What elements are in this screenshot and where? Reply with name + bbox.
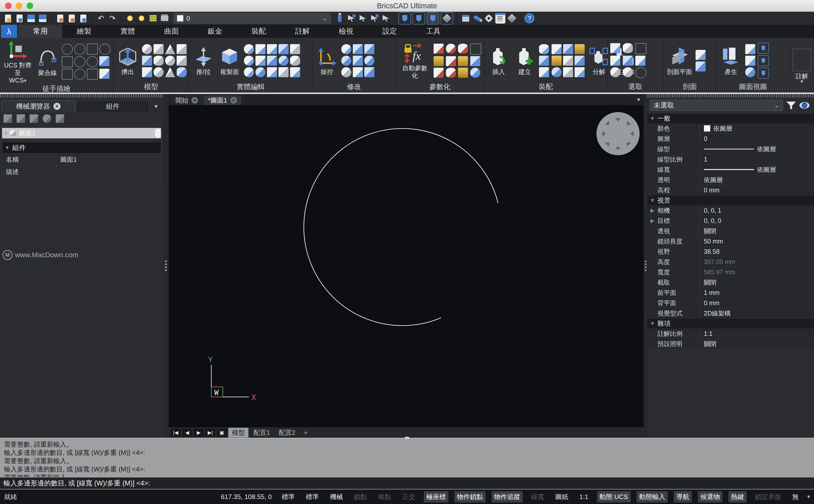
chevron-down-icon[interactable]: ⌄ xyxy=(322,15,327,22)
rigid-constraint-icon[interactable] xyxy=(446,68,456,78)
auto-parametrize-button[interactable]: fx 自動參數化 xyxy=(398,42,431,79)
next-layout-icon[interactable]: ▶ xyxy=(194,429,204,437)
model-viewport[interactable]: Y X W xyxy=(169,105,644,427)
box-icon[interactable] xyxy=(154,44,164,54)
doc-tab-list-icon[interactable]: ▾ xyxy=(637,96,640,103)
cylinder-icon[interactable] xyxy=(154,56,164,66)
expand-tree-icon[interactable] xyxy=(4,114,12,123)
visibility-eye-icon[interactable] xyxy=(799,102,809,109)
fillet-edge-icon[interactable] xyxy=(255,44,265,54)
union-icon[interactable] xyxy=(244,44,254,54)
doc-tab-start[interactable]: 開始 × xyxy=(171,95,202,105)
ribbon-tab-solid[interactable]: 實體 xyxy=(106,25,149,38)
create-component-button[interactable]: 建立 xyxy=(513,46,537,75)
spin-icon[interactable] xyxy=(255,67,265,77)
lock-all-icon[interactable] xyxy=(458,68,468,78)
rectangle-icon[interactable] xyxy=(99,56,109,66)
bricscad-logo-icon[interactable]: λ xyxy=(1,25,17,38)
loft-icon[interactable] xyxy=(142,67,152,77)
property-row-default-lighting[interactable]: 預設照明 關閉 xyxy=(647,339,814,349)
ribbon-tab-settings[interactable]: 設定 xyxy=(368,25,412,38)
status-toggle-navigation[interactable]: 導航 xyxy=(674,491,692,502)
move-icon[interactable] xyxy=(341,44,351,54)
tree-scrollbar-thumb[interactable] xyxy=(155,129,161,138)
select-entities-icon[interactable] xyxy=(369,13,379,23)
ribbon-tab-tools[interactable]: 工具 xyxy=(412,25,455,38)
selection-dropdown[interactable]: 未選取 ⌄ xyxy=(650,100,783,111)
circle-icon[interactable] xyxy=(74,44,85,55)
section-misc[interactable]: ▼ 雜項 xyxy=(647,318,814,328)
layer-bright-icon[interactable] xyxy=(136,13,146,23)
collapse-section-icon[interactable]: ▼ xyxy=(647,321,657,326)
taper-icon[interactable] xyxy=(267,56,277,66)
match-properties-icon[interactable] xyxy=(335,13,345,23)
array-icon[interactable] xyxy=(364,44,374,54)
edit-list-icon[interactable] xyxy=(495,13,505,23)
detail-view-icon[interactable] xyxy=(745,56,755,66)
collapse-section-icon[interactable]: ▼ xyxy=(2,145,12,151)
external-reference-icon[interactable] xyxy=(539,44,549,54)
first-layout-icon[interactable]: |◀ xyxy=(171,429,181,437)
status-toggle-none[interactable]: 無 xyxy=(790,491,801,502)
export-view-icon[interactable] xyxy=(758,68,769,79)
unlink-icon[interactable] xyxy=(563,67,573,77)
browser-settings-icon[interactable] xyxy=(43,114,51,123)
select-faces-icon[interactable] xyxy=(610,43,620,53)
status-toggle-dynamic-ucs[interactable]: 動態 UCS xyxy=(597,491,631,502)
tangent-constraint-icon[interactable] xyxy=(446,56,456,66)
select-similar-solids-icon[interactable] xyxy=(623,67,633,77)
explode-button[interactable]: 分解 xyxy=(587,46,611,75)
select-box-icon[interactable] xyxy=(635,43,646,54)
slice-icon[interactable] xyxy=(267,67,277,77)
close-icon[interactable]: × xyxy=(53,103,60,110)
update-component-icon[interactable] xyxy=(575,56,585,66)
copy-face-button[interactable]: 複製面 xyxy=(218,46,241,75)
status-toggle-text-style[interactable]: 標準 xyxy=(303,491,321,502)
deform-icon[interactable] xyxy=(267,44,277,54)
polygon-icon[interactable] xyxy=(87,44,98,55)
generate-views-button[interactable]: 產生 xyxy=(719,46,743,75)
expand-row-icon[interactable]: ▶ xyxy=(647,207,657,213)
left-splitter[interactable] xyxy=(163,94,169,438)
manipulate-button[interactable]: 操控 xyxy=(315,46,339,75)
property-row-perspective[interactable]: 透視 關閉 xyxy=(647,226,814,236)
save-icon[interactable] xyxy=(26,13,36,23)
annotate-dropdown-button[interactable]: 註解 ▾ xyxy=(792,49,812,83)
arc-icon[interactable] xyxy=(74,56,85,67)
line-icon[interactable] xyxy=(62,56,73,67)
push-pull-button[interactable]: 推/拉 xyxy=(192,46,215,75)
ellipse-icon[interactable] xyxy=(74,69,85,80)
panel-drag-handle[interactable] xyxy=(0,94,163,98)
stitch-icon[interactable] xyxy=(290,44,300,54)
parallel-constraint-icon[interactable] xyxy=(458,44,468,54)
select-solids-icon[interactable] xyxy=(610,67,620,77)
select-connected-icon[interactable] xyxy=(635,56,645,66)
new-view-icon[interactable] xyxy=(758,43,769,54)
fix-constraint-icon[interactable] xyxy=(434,56,444,66)
quick-select-filter-icon[interactable] xyxy=(786,102,796,109)
select-aligned-icon[interactable] xyxy=(623,56,633,66)
render-mode-icon[interactable] xyxy=(441,12,453,25)
dissolve-icon[interactable] xyxy=(575,67,585,77)
status-toggle-otrack[interactable]: 物件追蹤 xyxy=(492,491,523,502)
workspace-mechanical-icon[interactable] xyxy=(427,12,439,25)
ribbon-tab-surface[interactable]: 曲面 xyxy=(149,25,193,38)
pyramid-icon[interactable] xyxy=(165,67,175,77)
history-icon[interactable] xyxy=(290,67,300,77)
workspace-2d-icon[interactable] xyxy=(398,12,411,25)
split-icon[interactable] xyxy=(278,44,288,54)
zoom-window-button[interactable] xyxy=(27,3,33,9)
command-splitter-handle[interactable] xyxy=(405,437,409,439)
ellipsoid-icon[interactable] xyxy=(154,67,164,77)
undo-icon[interactable]: ↶ xyxy=(96,13,106,23)
status-toggle-lineweight[interactable]: 線寬 xyxy=(529,491,547,502)
property-row-field-of-view[interactable]: 視野 38.58 xyxy=(647,246,814,257)
scale-entity-icon[interactable] xyxy=(353,56,363,66)
align-icon[interactable] xyxy=(364,67,374,77)
property-row-target[interactable]: ▶ 目標 0, 0, 0 xyxy=(647,216,814,226)
panel-drag-handle[interactable] xyxy=(647,94,814,98)
property-row-transparency[interactable]: 透明 依圖層 xyxy=(647,175,814,185)
layers-icon[interactable] xyxy=(148,13,158,23)
search-binoculars-icon[interactable] xyxy=(56,114,64,123)
command-input[interactable]: 輸入多邊形邊的數目, 或 [線寬 (W)/多重 (M)] <4>: xyxy=(0,477,814,489)
